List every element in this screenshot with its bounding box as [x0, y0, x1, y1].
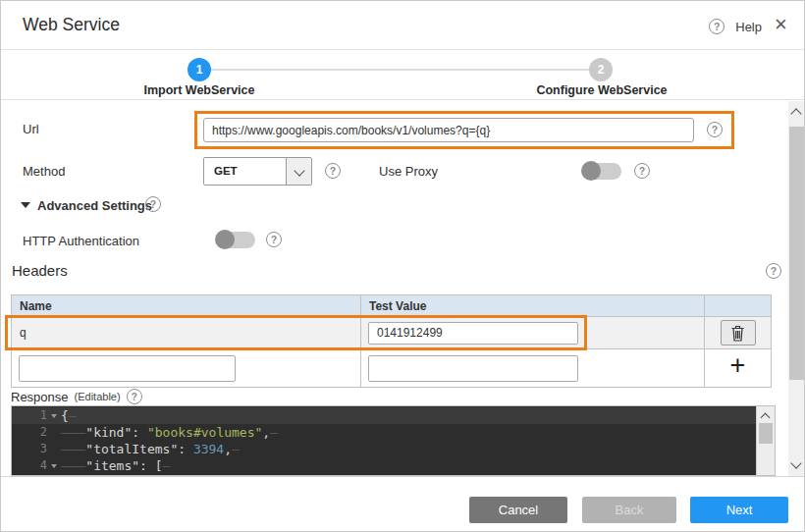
response-editable-label: (Editable): [75, 391, 121, 402]
stepper-connector: [211, 69, 590, 71]
fold-caret-icon[interactable]: [47, 407, 61, 424]
headers-help-icon[interactable]: [766, 263, 781, 279]
url-label: Url: [23, 122, 39, 136]
method-select[interactable]: GET: [203, 157, 312, 186]
close-icon[interactable]: [773, 18, 790, 35]
page-title: Web Service: [23, 15, 120, 35]
editor-scrollbar[interactable]: [756, 406, 775, 475]
url-input[interactable]: [203, 118, 694, 142]
headers-table: Name Test Value q: [11, 294, 772, 388]
editor-scrollbar-thumb[interactable]: [759, 423, 773, 444]
new-name-input[interactable]: [19, 355, 236, 382]
step-1-label: Import WebService: [143, 83, 254, 97]
code-line[interactable]: 2————"kind": "books#volumes",–: [12, 424, 756, 441]
new-value-input[interactable]: [368, 355, 578, 382]
advanced-settings-help-icon[interactable]: [145, 196, 161, 212]
headers-table-head: Name Test Value: [12, 295, 771, 317]
fold-spacer: [47, 441, 61, 457]
headers-section-title: Headers: [12, 262, 68, 279]
help-icon[interactable]: [709, 19, 724, 34]
code-lines[interactable]: 1{–2————"kind": "books#volumes",–3————"t…: [12, 406, 756, 475]
response-label: Response: [11, 390, 69, 404]
use-proxy-toggle[interactable]: [581, 161, 621, 181]
test-value-input[interactable]: [368, 322, 578, 345]
help-button[interactable]: Help: [735, 20, 762, 34]
new-value-cell: [361, 349, 705, 387]
header-actions: Help: [709, 18, 790, 35]
code-line[interactable]: 1{–: [12, 407, 756, 424]
table-row: q: [12, 317, 771, 349]
step-2-circle[interactable]: 2: [589, 58, 613, 81]
row-actions-cell: [705, 349, 771, 387]
method-label: Method: [23, 164, 65, 179]
header-name-cell[interactable]: q: [12, 317, 361, 348]
trash-icon: [730, 325, 745, 342]
advanced-settings-label[interactable]: Advanced Settings: [37, 198, 152, 213]
scroll-up-icon[interactable]: [790, 108, 801, 119]
scroll-up-icon[interactable]: [761, 413, 771, 423]
header-value-cell: [361, 317, 705, 348]
http-auth-toggle[interactable]: [215, 230, 255, 249]
scroll-down-icon[interactable]: [790, 457, 801, 468]
fold-spacer: [47, 424, 61, 441]
back-button[interactable]: Back: [582, 497, 676, 523]
response-help-icon[interactable]: [127, 389, 142, 404]
web-service-dialog: Web Service Help 1 2 Import WebService C…: [0, 0, 805, 532]
step-1-circle[interactable]: 1: [188, 58, 211, 81]
chevron-down-icon[interactable]: [286, 158, 311, 185]
toggle-knob: [581, 161, 601, 181]
toggle-knob: [215, 230, 235, 249]
step-2-label: Configure WebService: [536, 83, 667, 97]
column-header-name: Name: [12, 295, 361, 316]
http-auth-label: HTTP Authentication: [23, 234, 139, 248]
row-actions-cell: [705, 317, 771, 348]
response-label-row: Response (Editable): [11, 389, 142, 404]
response-editor: 1{–2————"kind": "books#volumes",–3————"t…: [11, 405, 776, 476]
http-auth-help-icon[interactable]: [266, 232, 282, 247]
use-proxy-help-icon[interactable]: [634, 163, 650, 179]
url-help-icon[interactable]: [707, 122, 723, 137]
dialog-scrollbar-thumb[interactable]: [789, 127, 804, 380]
dialog-footer: Cancel Back Next: [1, 476, 805, 532]
table-row-new: [12, 349, 771, 388]
method-select-value: GET: [214, 158, 238, 185]
wizard-stepper: 1 2 Import WebService Configure WebServi…: [1, 51, 804, 100]
use-proxy-label: Use Proxy: [379, 164, 438, 179]
dialog-scrollbar[interactable]: [788, 101, 805, 476]
add-row-button[interactable]: [724, 353, 753, 383]
advanced-settings-collapse-icon[interactable]: [21, 202, 30, 208]
cancel-button[interactable]: Cancel: [469, 497, 567, 523]
column-header-test-value: Test Value: [361, 295, 705, 316]
next-button[interactable]: Next: [690, 497, 788, 523]
dialog-content: Url Method GET Use Proxy Advanced Settin…: [1, 101, 805, 476]
fold-caret-icon[interactable]: [47, 457, 61, 474]
delete-row-button[interactable]: [721, 320, 756, 346]
code-line[interactable]: 4————"items": [–: [12, 457, 756, 474]
dialog-header: Web Service Help: [1, 1, 804, 50]
column-header-actions: [705, 295, 771, 316]
method-help-icon[interactable]: [325, 163, 341, 179]
new-name-cell: [12, 349, 361, 387]
code-line[interactable]: 3————"totalItems": 3394,–: [12, 441, 756, 457]
